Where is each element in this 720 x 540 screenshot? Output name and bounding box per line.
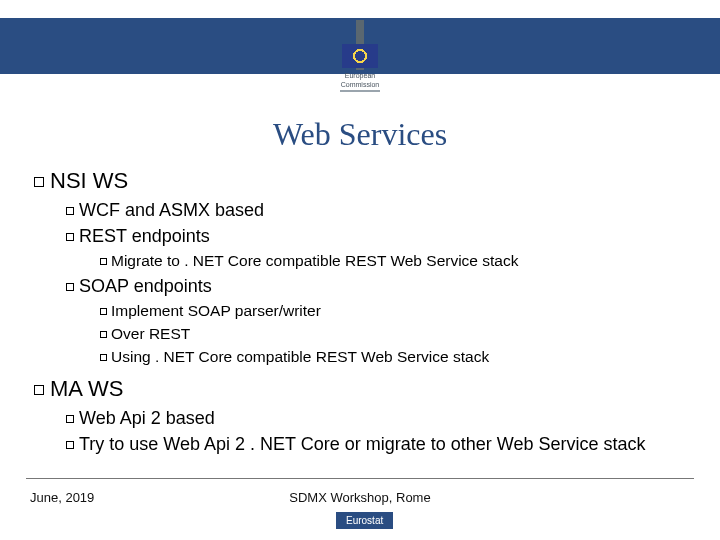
- item-label: REST endpoints: [79, 226, 210, 246]
- checkbox-icon: [100, 308, 107, 315]
- sublist-item: Migrate to . NET Core compatible REST We…: [100, 251, 690, 271]
- list-item: Web Api 2 based: [66, 407, 690, 430]
- sublist-item: Using . NET Core compatible REST Web Ser…: [100, 347, 690, 367]
- logo-text-line2: Commission: [341, 81, 380, 88]
- sublist-item: Implement SOAP parser/writer: [100, 301, 690, 321]
- eurostat-badge: Eurostat: [336, 512, 393, 529]
- list-item: Try to use Web Api 2 . NET Core or migra…: [66, 433, 690, 456]
- item-label: SOAP endpoints: [79, 276, 212, 296]
- checkbox-icon: [66, 207, 74, 215]
- sublist-item: Over REST: [100, 324, 690, 344]
- checkbox-icon: [100, 331, 107, 338]
- checkbox-icon: [66, 283, 74, 291]
- section-heading: NSI WS: [34, 167, 690, 196]
- section-label: MA WS: [50, 376, 123, 401]
- item-label: Try to use Web Api 2 . NET Core or migra…: [79, 434, 646, 454]
- checkbox-icon: [66, 441, 74, 449]
- checkbox-icon: [66, 233, 74, 241]
- content-body: NSI WS WCF and ASMX based REST endpoints…: [34, 164, 690, 457]
- item-label: Web Api 2 based: [79, 408, 215, 428]
- list-item: WCF and ASMX based: [66, 199, 690, 222]
- slide-title: Web Services: [0, 116, 720, 153]
- footer-divider: [26, 478, 694, 479]
- subitem-label: Using . NET Core compatible REST Web Ser…: [111, 348, 489, 365]
- item-label: WCF and ASMX based: [79, 200, 264, 220]
- checkbox-icon: [66, 415, 74, 423]
- checkbox-icon: [34, 385, 44, 395]
- list-item: SOAP endpoints: [66, 275, 690, 298]
- checkbox-icon: [34, 177, 44, 187]
- footer-event: SDMX Workshop, Rome: [0, 490, 720, 505]
- list-item: REST endpoints: [66, 225, 690, 248]
- section-heading: MA WS: [34, 375, 690, 404]
- logo-underline: [340, 90, 380, 92]
- subitem-label: Implement SOAP parser/writer: [111, 302, 321, 319]
- ec-logo: European Commission: [328, 20, 392, 100]
- checkbox-icon: [100, 258, 107, 265]
- eu-flag-icon: [342, 44, 378, 68]
- logo-text-line1: European: [345, 72, 375, 79]
- section-label: NSI WS: [50, 168, 128, 193]
- checkbox-icon: [100, 354, 107, 361]
- subitem-label: Migrate to . NET Core compatible REST We…: [111, 252, 518, 269]
- subitem-label: Over REST: [111, 325, 190, 342]
